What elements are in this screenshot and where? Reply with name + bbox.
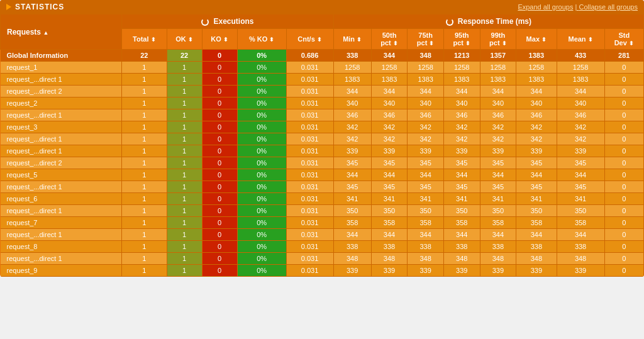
p75-col-header[interactable]: 75thpct ⬍ bbox=[408, 29, 444, 50]
row-max: 340 bbox=[516, 97, 557, 109]
row-min: 358 bbox=[333, 217, 371, 229]
table-row: request_9 1 1 0 0% 0.031 339 339 339 339… bbox=[1, 265, 644, 277]
pctko-col-header[interactable]: % KO ⬍ bbox=[237, 29, 286, 50]
row-mean: 346 bbox=[557, 109, 604, 121]
row-p75: 346 bbox=[408, 109, 444, 121]
row-p99: 344 bbox=[480, 86, 516, 97]
row-max: 338 bbox=[516, 241, 557, 253]
row-stddev: 0 bbox=[604, 62, 643, 74]
row-total: 1 bbox=[122, 241, 167, 253]
row-p99: 341 bbox=[480, 193, 516, 205]
row-p95: 358 bbox=[443, 217, 480, 229]
row-name: request_...direct 1 bbox=[1, 145, 122, 157]
ok-col-header[interactable]: OK ⬍ bbox=[167, 29, 202, 50]
table-row: request_...direct 1 1 1 0 0% 0.031 342 3… bbox=[1, 133, 644, 145]
row-mean: 342 bbox=[557, 121, 604, 133]
row-p50: 342 bbox=[371, 133, 408, 145]
row-cnts: 0.031 bbox=[286, 193, 333, 205]
table-row: request_...direct 1 1 1 0 0% 0.031 339 3… bbox=[1, 145, 644, 157]
row-max: 350 bbox=[516, 205, 557, 217]
row-total: 1 bbox=[122, 169, 167, 181]
p99-col-header[interactable]: 99thpct ⬍ bbox=[480, 29, 516, 50]
row-p75: 340 bbox=[408, 97, 444, 109]
row-p99: 339 bbox=[480, 265, 516, 277]
row-cnts: 0.031 bbox=[286, 97, 333, 109]
row-total: 1 bbox=[122, 145, 167, 157]
row-stddev: 0 bbox=[604, 157, 643, 169]
table-row: request_8 1 1 0 0% 0.031 338 338 338 338… bbox=[1, 241, 644, 253]
row-p50: 344 bbox=[371, 169, 408, 181]
row-ok: 1 bbox=[167, 121, 202, 133]
row-cnts: 0.031 bbox=[286, 205, 333, 217]
row-p99: 358 bbox=[480, 217, 516, 229]
row-max: 344 bbox=[516, 229, 557, 241]
row-mean: 348 bbox=[557, 253, 604, 265]
row-p95: 339 bbox=[443, 265, 480, 277]
row-total: 1 bbox=[122, 133, 167, 145]
row-name: request_5 bbox=[1, 169, 122, 181]
row-p99: 344 bbox=[480, 229, 516, 241]
row-cnts: 0.031 bbox=[286, 157, 333, 169]
global-min: 338 bbox=[333, 50, 371, 62]
global-information-row: Global Information 22 22 0 0% 0.686 338 … bbox=[1, 50, 644, 62]
row-ok: 1 bbox=[167, 265, 202, 277]
row-ko: 0 bbox=[202, 217, 237, 229]
max-col-header[interactable]: Max ⬍ bbox=[516, 29, 557, 50]
row-stddev: 0 bbox=[604, 133, 643, 145]
p95-col-header[interactable]: 95thpct ⬍ bbox=[443, 29, 480, 50]
row-stddev: 0 bbox=[604, 109, 643, 121]
row-max: 358 bbox=[516, 217, 557, 229]
row-ko: 0 bbox=[202, 86, 237, 97]
row-min: 344 bbox=[333, 229, 371, 241]
table-row: request_...direct 1 1 1 0 0% 0.031 344 3… bbox=[1, 229, 644, 241]
row-cnts: 0.031 bbox=[286, 109, 333, 121]
requests-header[interactable]: Requests ▲ bbox=[1, 14, 122, 50]
row-total: 1 bbox=[122, 181, 167, 193]
row-ok: 1 bbox=[167, 109, 202, 121]
expand-all-button[interactable]: Expand all groups bbox=[518, 3, 573, 11]
row-name: request_8 bbox=[1, 241, 122, 253]
row-ko: 0 bbox=[202, 121, 237, 133]
row-pctko: 0% bbox=[237, 62, 286, 74]
collapse-icon[interactable] bbox=[6, 4, 11, 10]
row-p50: 340 bbox=[371, 97, 408, 109]
row-ok: 1 bbox=[167, 241, 202, 253]
row-p95: 340 bbox=[443, 97, 480, 109]
row-mean: 339 bbox=[557, 145, 604, 157]
row-p50: 1258 bbox=[371, 62, 408, 74]
table-row: request_...direct 2 1 1 0 0% 0.031 344 3… bbox=[1, 86, 644, 97]
row-p99: 344 bbox=[480, 169, 516, 181]
stddev-col-header[interactable]: StdDev ⬍ bbox=[604, 29, 643, 50]
total-col-header[interactable]: Total ⬍ bbox=[122, 29, 167, 50]
row-total: 1 bbox=[122, 86, 167, 97]
row-mean: 1258 bbox=[557, 62, 604, 74]
p50-col-header[interactable]: 50thpct ⬍ bbox=[371, 29, 408, 50]
table-row: request_7 1 1 0 0% 0.031 358 358 358 358… bbox=[1, 217, 644, 229]
row-total: 1 bbox=[122, 109, 167, 121]
row-cnts: 0.031 bbox=[286, 169, 333, 181]
row-cnts: 0.031 bbox=[286, 253, 333, 265]
row-ok: 1 bbox=[167, 62, 202, 74]
row-min: 1383 bbox=[333, 74, 371, 86]
row-ok: 1 bbox=[167, 86, 202, 97]
row-p75: 344 bbox=[408, 229, 444, 241]
table-row: request_...direct 2 1 1 0 0% 0.031 345 3… bbox=[1, 157, 644, 169]
mean-col-header[interactable]: Mean ⬍ bbox=[557, 29, 604, 50]
row-p95: 1383 bbox=[443, 74, 480, 86]
row-max: 344 bbox=[516, 86, 557, 97]
row-ko: 0 bbox=[202, 229, 237, 241]
row-name: request_...direct 2 bbox=[1, 157, 122, 169]
table-body: Global Information 22 22 0 0% 0.686 338 … bbox=[1, 50, 644, 277]
row-total: 1 bbox=[122, 121, 167, 133]
row-p50: 346 bbox=[371, 109, 408, 121]
ko-col-header[interactable]: KO ⬍ bbox=[202, 29, 237, 50]
row-pctko: 0% bbox=[237, 121, 286, 133]
row-ok: 1 bbox=[167, 169, 202, 181]
row-p95: 344 bbox=[443, 169, 480, 181]
row-p99: 345 bbox=[480, 181, 516, 193]
collapse-all-button[interactable]: Collapse all groups bbox=[579, 3, 638, 11]
min-col-header[interactable]: Min ⬍ bbox=[333, 29, 371, 50]
row-p75: 345 bbox=[408, 181, 444, 193]
cnts-col-header[interactable]: Cnt/s ⬍ bbox=[286, 29, 333, 50]
row-p95: 341 bbox=[443, 193, 480, 205]
